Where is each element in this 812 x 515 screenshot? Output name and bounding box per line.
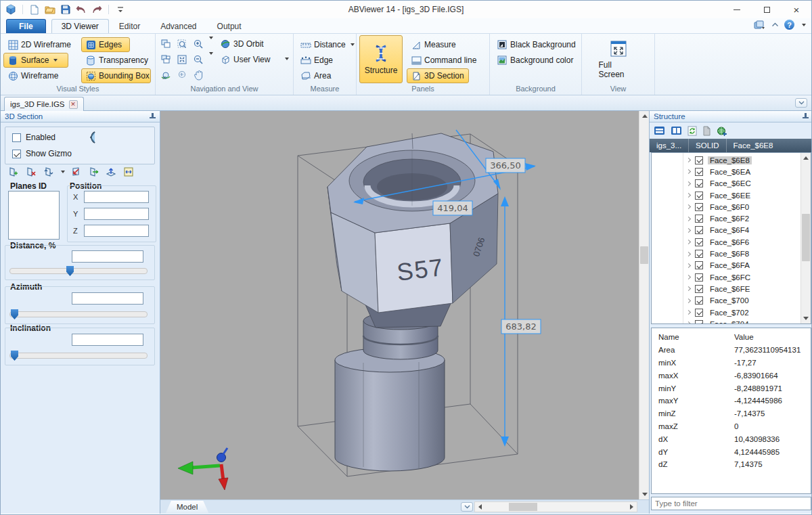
- filter-input[interactable]: [651, 497, 811, 510]
- property-row[interactable]: dX10,43098336: [652, 432, 811, 445]
- tree-item[interactable]: Face_$6EC: [652, 178, 800, 189]
- position-z-input[interactable]: [84, 225, 149, 237]
- close-button[interactable]: ×: [782, 1, 811, 18]
- tree-item[interactable]: Face_$700: [652, 295, 800, 307]
- checkbox[interactable]: [695, 156, 703, 164]
- tree-item[interactable]: Face_$6FE: [652, 283, 800, 294]
- document-button[interactable]: [702, 126, 711, 136]
- tree-item[interactable]: Face_$6E8: [652, 154, 800, 166]
- property-row[interactable]: maxX-6,83901664: [652, 369, 811, 382]
- undo-button[interactable]: [75, 3, 87, 16]
- export-structure-button[interactable]: [717, 126, 728, 136]
- checkbox[interactable]: [695, 192, 703, 200]
- 3d-orbit-button[interactable]: 3D Orbit: [216, 37, 268, 51]
- interface-style-button[interactable]: [754, 20, 766, 30]
- panel-collapse-button[interactable]: [795, 98, 807, 108]
- maximize-button[interactable]: [752, 1, 782, 18]
- scroll-thumb[interactable]: [509, 503, 537, 511]
- pin-icon[interactable]: [149, 113, 156, 120]
- save-button[interactable]: [60, 3, 72, 16]
- chevron-right-icon[interactable]: [686, 193, 691, 198]
- 3d-viewport[interactable]: S57 0706: [160, 111, 639, 499]
- help-dropdown-icon[interactable]: [802, 24, 806, 26]
- distance-dropdown-icon[interactable]: [351, 43, 355, 46]
- redo-button[interactable]: [91, 3, 103, 16]
- zoom-in-button[interactable]: [191, 37, 206, 51]
- inclination-slider[interactable]: [9, 353, 148, 359]
- close-document-icon[interactable]: ✕: [69, 100, 78, 109]
- flip-plane-button[interactable]: [41, 165, 55, 179]
- property-row[interactable]: minY-8,248891971: [652, 382, 811, 395]
- tree-item[interactable]: Face_$702: [652, 307, 800, 318]
- scroll-right-button[interactable]: [627, 502, 637, 512]
- section-preview-icon[interactable]: [85, 131, 99, 144]
- tab-editor[interactable]: Editor: [109, 19, 150, 33]
- move-plane-y-button[interactable]: [87, 165, 100, 179]
- edge-button[interactable]: Edge: [296, 53, 359, 68]
- chevron-right-icon[interactable]: [686, 321, 691, 324]
- black-background-button[interactable]: Black Background: [493, 37, 580, 52]
- checkbox[interactable]: [695, 320, 703, 324]
- minimize-button[interactable]: [722, 1, 752, 18]
- checkbox[interactable]: [695, 309, 703, 317]
- bounding-box-button[interactable]: Bounding Box: [81, 68, 151, 83]
- rows-view-button[interactable]: [654, 126, 665, 135]
- zoom-previous-button[interactable]: [175, 68, 189, 83]
- surface-button[interactable]: Surface: [3, 53, 68, 68]
- delete-plane-button[interactable]: [24, 165, 37, 179]
- checkbox[interactable]: [695, 203, 703, 211]
- full-screen-button[interactable]: Full Screen: [597, 35, 640, 83]
- collapse-ribbon-button[interactable]: [771, 22, 779, 28]
- tab-file[interactable]: File: [6, 19, 46, 33]
- distance-button[interactable]: Distance: [296, 37, 359, 52]
- viewports-cascade-button[interactable]: [158, 52, 173, 67]
- fit-section-button[interactable]: [122, 165, 135, 179]
- property-row[interactable]: minZ-7,14375: [652, 407, 811, 420]
- area-button[interactable]: Area: [296, 68, 359, 83]
- position-y-input[interactable]: [84, 208, 149, 220]
- tree-item[interactable]: Face_$6F2: [652, 212, 800, 224]
- app-logo-icon[interactable]: [5, 3, 17, 16]
- wireframe-button[interactable]: Wireframe: [3, 68, 81, 83]
- help-button[interactable]: ?: [784, 20, 794, 30]
- checkbox[interactable]: [695, 261, 703, 269]
- checkbox[interactable]: [695, 215, 703, 223]
- checkbox[interactable]: [695, 238, 703, 246]
- checkbox[interactable]: [695, 226, 703, 234]
- add-plane-button[interactable]: [6, 165, 20, 179]
- zoom-window-button[interactable]: [175, 37, 189, 51]
- chevron-right-icon[interactable]: [686, 217, 691, 221]
- inclination-input[interactable]: [72, 334, 143, 346]
- distance-slider[interactable]: [9, 268, 148, 274]
- zoom-out-dropdown-icon[interactable]: [209, 52, 213, 55]
- scroll-thumb[interactable]: [640, 246, 648, 264]
- tree-item[interactable]: Face_$6FC: [652, 271, 800, 283]
- tab-advanced[interactable]: Advanced: [150, 19, 206, 33]
- distance-slider-thumb[interactable]: [66, 266, 74, 276]
- 3d-section-panel-button[interactable]: 3D Section: [407, 68, 469, 83]
- tree-item[interactable]: Face_$6F0: [652, 201, 800, 212]
- checkbox[interactable]: [695, 285, 703, 293]
- chevron-right-icon[interactable]: [686, 228, 691, 233]
- chevron-right-icon[interactable]: [686, 158, 691, 162]
- breadcrumb-root[interactable]: igs_3...: [650, 139, 689, 152]
- azimuth-slider-thumb[interactable]: [11, 309, 18, 319]
- zoom-in-dropdown-icon[interactable]: [209, 37, 213, 39]
- breadcrumb-solid[interactable]: SOLID: [689, 139, 727, 152]
- rotate-3d-button[interactable]: 3D: [158, 68, 173, 83]
- property-row[interactable]: dZ7,14375: [652, 458, 811, 471]
- property-row[interactable]: minX-17,27: [652, 357, 811, 370]
- chevron-right-icon[interactable]: [686, 286, 691, 291]
- distance-input[interactable]: [72, 250, 143, 263]
- scroll-down-button[interactable]: [639, 489, 650, 499]
- document-tab[interactable]: igs_3D File.IGS ✕: [4, 97, 84, 111]
- position-x-input[interactable]: [84, 191, 149, 203]
- move-plane-z-button[interactable]: [104, 165, 118, 179]
- tab-output[interactable]: Output: [207, 19, 252, 33]
- checkbox[interactable]: [695, 250, 703, 258]
- property-row[interactable]: maxZ0: [652, 420, 811, 433]
- edges-button[interactable]: Edges: [81, 37, 130, 52]
- viewports-button[interactable]: [158, 37, 173, 51]
- customize-quick-access-button[interactable]: [114, 3, 127, 16]
- 2d-wireframe-button[interactable]: 2D Wireframe: [3, 37, 81, 52]
